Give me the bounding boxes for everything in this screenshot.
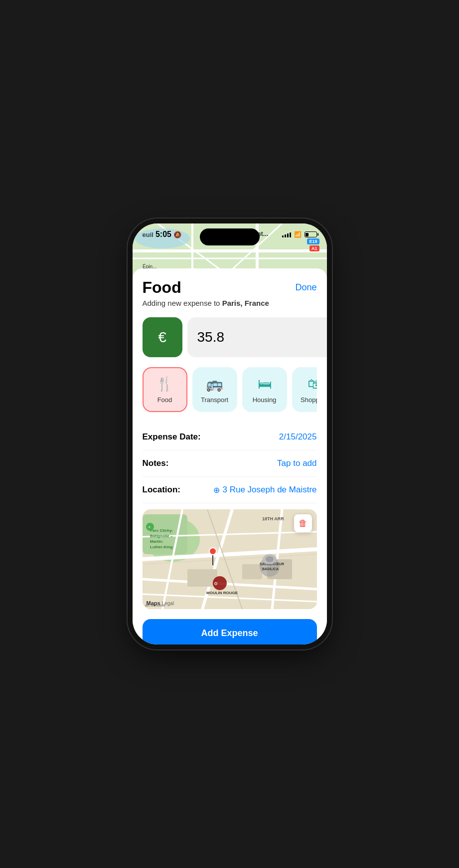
svg-text:Parc Clichy-: Parc Clichy- [150, 528, 173, 533]
svg-text:⚙: ⚙ [214, 581, 218, 586]
location-label: Location: [143, 485, 181, 495]
svg-rect-23 [242, 564, 262, 579]
svg-text:MOULIN ROUGE: MOULIN ROUGE [206, 591, 238, 595]
signal-bar-1 [282, 235, 284, 237]
category-housing[interactable]: 🛏 Housing [242, 367, 287, 412]
notes-label: Notes: [143, 458, 169, 468]
transport-label: Transport [201, 396, 228, 404]
notes-value[interactable]: Tap to add [277, 458, 316, 468]
carrier-label: euil [143, 231, 153, 238]
time-label: 5:05 [155, 230, 171, 239]
transport-icon: 🚌 [206, 376, 223, 392]
map-pin [209, 547, 217, 565]
add-expense-button[interactable]: Add Expense [143, 619, 317, 645]
expense-date-value[interactable]: 2/15/2025 [279, 432, 317, 442]
svg-text:BASILICA: BASILICA [262, 567, 279, 571]
maps-legal: Legal [162, 601, 174, 606]
location-value-group[interactable]: ⊕ 3 Rue Joseph de Maistre [213, 485, 317, 495]
road-badge-a1: A1 [309, 245, 319, 251]
category-transport[interactable]: 🚌 Transport [192, 367, 237, 412]
svg-text:Martin-: Martin- [150, 539, 163, 544]
status-left: euil 5:05 🔕 [143, 230, 181, 239]
currency-symbol: € [158, 329, 166, 346]
category-shopping[interactable]: 🛍 Shopping [292, 367, 317, 412]
trash-icon: 🗑 [299, 518, 307, 529]
wifi-icon: 📶 [294, 231, 302, 238]
header-row: Food Done [143, 278, 317, 297]
pin-circle [209, 547, 217, 555]
amount-row: € [143, 317, 317, 357]
signal-bar-4 [290, 232, 291, 237]
svg-rect-25 [187, 569, 217, 587]
signal-bars [282, 231, 291, 237]
svg-point-40 [266, 556, 274, 562]
map-container: Parc Clichy- Batignolle – Martin- Luther… [143, 509, 317, 609]
currency-button[interactable]: € [143, 317, 182, 357]
location-row: Location: ⊕ 3 Rue Joseph de Maistre [143, 477, 317, 503]
svg-text:18TH ARR: 18TH ARR [262, 516, 284, 521]
shopping-icon: 🛍 [307, 376, 317, 392]
notes-row: Notes: Tap to add [143, 450, 317, 477]
svg-text:Luther-King: Luther-King [150, 545, 172, 549]
category-food[interactable]: 🍴 Food [143, 367, 187, 412]
delete-location-button[interactable]: 🗑 [294, 514, 312, 532]
phone-frame: Épin... île des Saint... E19 A1 euil 5:0… [133, 223, 327, 645]
content-area: Food Done Adding new expense to Paris, F… [133, 268, 327, 645]
subtitle-city: Paris, France [222, 299, 269, 307]
housing-icon: 🛏 [258, 376, 272, 392]
battery-icon [305, 231, 317, 237]
svg-text:Batignolle –: Batignolle – [150, 534, 173, 538]
bell-icon: 🔕 [173, 231, 181, 238]
expense-date-row: Expense Date: 2/15/2025 [143, 424, 317, 450]
page-title: Food [143, 278, 181, 297]
maps-logo: Maps [147, 600, 160, 606]
location-pin-icon: ⊕ [213, 485, 220, 495]
shopping-label: Shopping [301, 396, 316, 404]
battery-fill [306, 233, 308, 236]
category-scroll: 🍴 Food 🚌 Transport 🛏 Housing 🛍 Shopping [143, 367, 317, 414]
signal-bar-3 [287, 233, 289, 237]
signal-bar-2 [285, 234, 286, 237]
dynamic-island [200, 228, 260, 245]
food-icon: 🍴 [156, 376, 173, 392]
svg-text:+: + [148, 525, 151, 530]
pin-stem [212, 555, 213, 565]
amount-input[interactable] [187, 317, 327, 357]
location-value: 3 Rue Joseph de Maistre [223, 485, 317, 495]
expense-date-label: Expense Date: [143, 432, 201, 442]
status-right: 📶 [282, 231, 317, 238]
maps-watermark: Maps Legal [147, 600, 174, 606]
housing-label: Housing [253, 396, 277, 404]
food-label: Food [157, 396, 172, 404]
subtitle: Adding new expense to Paris, France [143, 299, 317, 307]
done-button[interactable]: Done [295, 278, 316, 293]
